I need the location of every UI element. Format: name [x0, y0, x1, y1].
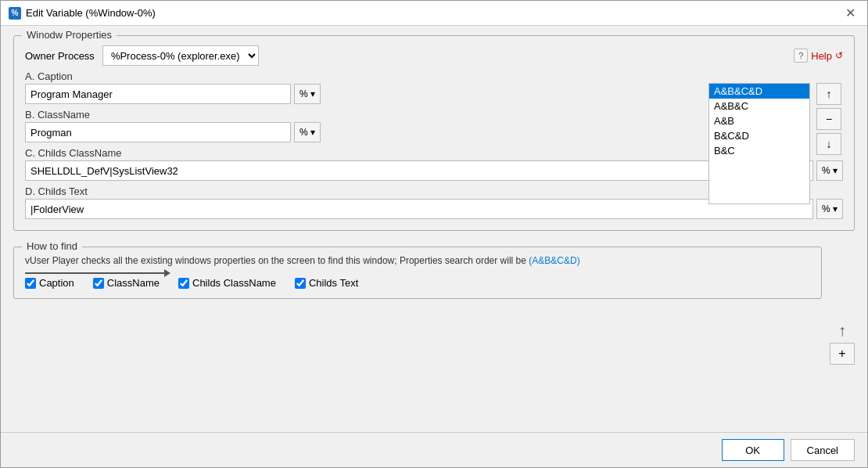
checkbox-item-childs-text[interactable]: Childs Text: [295, 277, 358, 289]
how-to-find-legend: How to find: [22, 240, 82, 252]
childs-text-input[interactable]: [25, 199, 813, 219]
caption-percent-btn[interactable]: % ▾: [294, 84, 321, 104]
checkbox-item-classname[interactable]: ClassName: [93, 277, 160, 289]
owner-process-row: Owner Process %Process-0% (explorer.exe)…: [25, 45, 843, 66]
plus-button[interactable]: +: [830, 343, 855, 365]
how-to-find-group: How to find vUser Player checks all the …: [13, 247, 822, 299]
list-item[interactable]: A&B&C: [709, 99, 809, 113]
how-text-before: vUser Player checks all the existing win…: [25, 255, 529, 266]
arrow-row: [25, 272, 810, 274]
fields-section: A. Caption % ▾ B. ClassName % ▾: [25, 66, 843, 219]
window-properties-legend: Winodw Properties: [22, 29, 117, 41]
checkbox-childs-classname[interactable]: [178, 278, 189, 289]
ok-button[interactable]: OK: [722, 439, 784, 461]
checkbox-label: Childs Text: [309, 277, 358, 289]
help-refresh-icon: ↺: [835, 50, 843, 61]
checkbox-label: ClassName: [107, 277, 160, 289]
window-title: Edit Variable (%Window-0%): [26, 7, 156, 19]
arrow-line: [25, 272, 166, 274]
help-icon: ?: [794, 49, 808, 63]
classname-percent-btn[interactable]: % ▾: [294, 122, 321, 142]
checkbox-item-caption[interactable]: Caption: [25, 277, 74, 289]
edit-variable-window: % Edit Variable (%Window-0%) ✕ Winodw Pr…: [0, 0, 868, 468]
how-section: How to find vUser Player checks all the …: [13, 243, 855, 365]
order-list[interactable]: A&B&C&DA&B&CA&BB&C&DB&C: [708, 83, 810, 204]
help-button[interactable]: ? Help ↺: [794, 49, 843, 63]
owner-process-dropdown[interactable]: %Process-0% (explorer.exe): [102, 45, 259, 66]
list-item[interactable]: B&C: [709, 143, 809, 158]
cancel-button[interactable]: Cancel: [791, 439, 855, 461]
window-icon: %: [9, 7, 21, 20]
list-buttons: ↑ − ↓: [816, 83, 841, 204]
plus-area: ↑ +: [830, 322, 855, 365]
window-properties-group: Winodw Properties Owner Process %Process…: [13, 35, 855, 231]
checkbox-caption[interactable]: [25, 278, 36, 289]
remove-button[interactable]: −: [816, 108, 841, 130]
list-item[interactable]: A&B: [709, 113, 809, 128]
checkbox-item-childs-classname[interactable]: Childs ClassName: [178, 277, 276, 289]
list-item[interactable]: B&C&D: [709, 128, 809, 143]
move-up-button[interactable]: ↑: [816, 83, 841, 105]
list-item[interactable]: A&B&C&D: [709, 84, 809, 99]
move-down-button[interactable]: ↓: [816, 133, 841, 155]
how-to-find-text: vUser Player checks all the existing win…: [25, 254, 810, 268]
owner-process-label: Owner Process: [25, 50, 95, 62]
caption-label: A. Caption: [25, 70, 843, 82]
main-content: Winodw Properties Owner Process %Process…: [1, 26, 867, 432]
list-panel: A&B&C&DA&B&CA&BB&C&DB&C ↑ − ↓: [708, 83, 841, 204]
childs-classname-input[interactable]: [25, 160, 813, 181]
caption-input[interactable]: [25, 84, 291, 104]
classname-input[interactable]: [25, 122, 291, 142]
help-label: Help: [811, 50, 832, 62]
title-bar: % Edit Variable (%Window-0%) ✕: [1, 1, 867, 26]
checkbox-label: Childs ClassName: [192, 277, 276, 289]
arrow-up-indicator: ↑: [838, 322, 846, 340]
checkbox-label: Caption: [39, 277, 74, 289]
bottom-bar: OK Cancel: [1, 432, 867, 467]
checkbox-childs-text[interactable]: [295, 278, 306, 289]
checkboxes-row: CaptionClassNameChilds ClassNameChilds T…: [25, 277, 810, 289]
close-button[interactable]: ✕: [841, 4, 859, 23]
how-text-highlight: (A&B&C&D): [529, 255, 579, 266]
checkbox-classname[interactable]: [93, 278, 104, 289]
title-bar-left: % Edit Variable (%Window-0%): [9, 7, 156, 20]
